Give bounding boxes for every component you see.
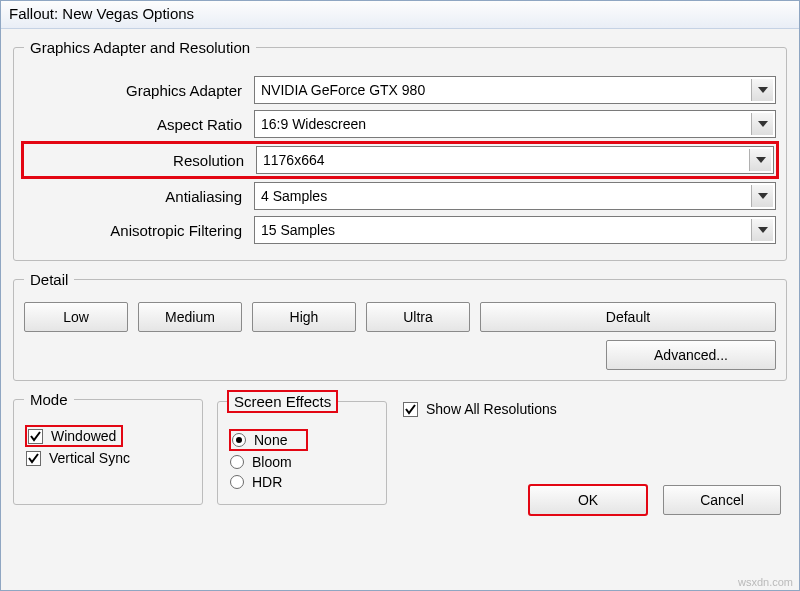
aniso-label: Anisotropic Filtering <box>24 222 254 239</box>
detail-group: Detail Low Medium High Ultra Default Adv… <box>13 271 787 381</box>
graphics-legend: Graphics Adapter and Resolution <box>24 39 256 56</box>
adapter-label: Graphics Adapter <box>24 82 254 99</box>
windowed-checkbox[interactable] <box>28 429 43 444</box>
options-window: Fallout: New Vegas Options Graphics Adap… <box>0 0 800 591</box>
detail-medium-button[interactable]: Medium <box>138 302 242 332</box>
chevron-down-icon <box>751 79 773 101</box>
mode-group: Mode Windowed Vertical Sync <box>13 391 203 505</box>
aniso-value: 15 Samples <box>261 222 335 238</box>
vsync-checkbox[interactable] <box>26 451 41 466</box>
advanced-button[interactable]: Advanced... <box>606 340 776 370</box>
chevron-down-icon <box>751 219 773 241</box>
windowed-label: Windowed <box>51 428 116 444</box>
detail-high-button[interactable]: High <box>252 302 356 332</box>
effects-none-radio[interactable] <box>232 433 246 447</box>
show-all-resolutions-label: Show All Resolutions <box>426 401 557 417</box>
show-all-resolutions-checkbox[interactable] <box>403 402 418 417</box>
aspect-label: Aspect Ratio <box>24 116 254 133</box>
mode-legend: Mode <box>24 391 74 408</box>
resolution-select[interactable]: 1176x664 <box>256 146 774 174</box>
effects-bloom-radio[interactable] <box>230 455 244 469</box>
cancel-button[interactable]: Cancel <box>663 485 781 515</box>
aa-select[interactable]: 4 Samples <box>254 182 776 210</box>
right-column: Show All Resolutions OK Cancel <box>401 391 787 515</box>
effects-group: Screen Effects None Bloom HDR <box>217 391 387 505</box>
aspect-select[interactable]: 16:9 Widescreen <box>254 110 776 138</box>
aa-label: Antialiasing <box>24 188 254 205</box>
window-title: Fallout: New Vegas Options <box>1 1 799 29</box>
effects-hdr-label: HDR <box>252 474 282 490</box>
detail-low-button[interactable]: Low <box>24 302 128 332</box>
aniso-select[interactable]: 15 Samples <box>254 216 776 244</box>
client-area: Graphics Adapter and Resolution Graphics… <box>1 29 799 523</box>
detail-legend: Detail <box>24 271 74 288</box>
resolution-row-highlight: Resolution 1176x664 <box>24 144 776 176</box>
resolution-value: 1176x664 <box>263 152 325 168</box>
effects-bloom-label: Bloom <box>252 454 292 470</box>
adapter-value: NVIDIA GeForce GTX 980 <box>261 82 425 98</box>
resolution-label: Resolution <box>26 152 256 169</box>
graphics-group: Graphics Adapter and Resolution Graphics… <box>13 39 787 261</box>
detail-default-button[interactable]: Default <box>480 302 776 332</box>
effects-legend: Screen Effects <box>228 391 337 412</box>
chevron-down-icon <box>751 185 773 207</box>
chevron-down-icon <box>749 149 771 171</box>
effects-none-label: None <box>254 432 287 448</box>
adapter-select[interactable]: NVIDIA GeForce GTX 980 <box>254 76 776 104</box>
aa-value: 4 Samples <box>261 188 327 204</box>
aspect-value: 16:9 Widescreen <box>261 116 366 132</box>
effects-none-highlight: None <box>230 430 307 450</box>
vsync-label: Vertical Sync <box>49 450 130 466</box>
windowed-highlight: Windowed <box>26 426 122 446</box>
detail-ultra-button[interactable]: Ultra <box>366 302 470 332</box>
effects-hdr-radio[interactable] <box>230 475 244 489</box>
chevron-down-icon <box>751 113 773 135</box>
ok-button[interactable]: OK <box>529 485 647 515</box>
watermark: wsxdn.com <box>738 576 793 588</box>
